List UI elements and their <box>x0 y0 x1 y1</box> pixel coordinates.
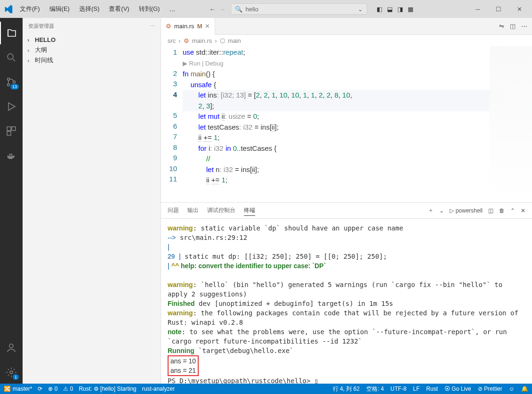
scm-badge: 13 <box>10 84 19 90</box>
status-position[interactable]: 行 4, 列 62 <box>333 385 360 393</box>
sidebar-title: 资源管理器 <box>28 23 54 30</box>
window-maximize[interactable]: ☐ <box>489 1 508 16</box>
activity-docker[interactable] <box>0 144 23 167</box>
new-terminal-icon[interactable]: ＋ <box>428 206 434 214</box>
activity-settings[interactable]: 1 <box>0 361 23 384</box>
split-terminal-icon[interactable]: ◫ <box>488 207 493 214</box>
trash-icon[interactable]: 🗑 <box>499 207 505 214</box>
activity-scm[interactable]: 13 <box>0 71 23 93</box>
svg-rect-4 <box>7 127 11 131</box>
symbol-icon: ⬡ <box>220 37 225 44</box>
tab-bar: ⚙ main.rs M ✕ ⇋ ◫ ⋯ <box>161 18 532 35</box>
chevron-down-icon[interactable]: ⌄ <box>358 6 363 13</box>
split-icon[interactable]: ◫ <box>510 23 516 30</box>
panel-maximize-icon[interactable]: ⌃ <box>510 207 515 214</box>
svg-point-7 <box>9 344 13 348</box>
layout-customize-icon[interactable]: ▦ <box>408 6 413 13</box>
code-area[interactable]: 1 2 3 4 5 6 7 8 9 10 11 use std::iter::r… <box>161 46 532 202</box>
status-eol[interactable]: LF <box>413 386 419 392</box>
svg-point-8 <box>10 371 13 374</box>
breadcrumb[interactable]: src › ⚙ main.rs › ⬡ main <box>161 35 532 46</box>
chevron-down-icon[interactable]: ⌄ <box>439 207 444 214</box>
menu-select[interactable]: 选择(S) <box>75 3 103 15</box>
activity-search[interactable] <box>0 46 23 69</box>
tab-label: main.rs <box>174 23 194 30</box>
menu-view[interactable]: 查看(V) <box>105 3 133 15</box>
svg-point-1 <box>8 78 10 81</box>
layout-right-icon[interactable]: ◨ <box>397 6 403 13</box>
layout-bottom-icon[interactable]: ⬓ <box>387 6 393 13</box>
tree-hello[interactable]: › HELLO <box>23 34 161 45</box>
svg-rect-6 <box>7 131 11 135</box>
panel-tab-output[interactable]: 输出 <box>187 205 199 215</box>
svg-rect-5 <box>12 127 16 131</box>
rust-file-icon: ⚙ <box>184 37 189 44</box>
shell-label[interactable]: ▷ powershell <box>450 207 483 214</box>
menu-more[interactable]: … <box>165 4 179 15</box>
sidebar: 资源管理器 ⋯ › HELLO › 大纲 › 时间线 <box>23 18 161 384</box>
svg-point-3 <box>13 81 16 83</box>
layout-left-icon[interactable]: ◧ <box>377 6 382 13</box>
status-lang[interactable]: Rust <box>426 386 438 392</box>
tree-outline[interactable]: › 大纲 <box>23 45 161 55</box>
status-prettier[interactable]: ⊘ Prettier <box>478 386 502 392</box>
status-spaces[interactable]: 空格: 4 <box>366 385 384 393</box>
nav-back-icon[interactable]: ← <box>209 6 215 13</box>
nav-fwd-icon: → <box>219 6 225 13</box>
status-golive[interactable]: ⦿ Go Live <box>444 386 471 392</box>
menu-file[interactable]: 文件(F) <box>16 3 44 15</box>
editor: ⚙ main.rs M ✕ ⇋ ◫ ⋯ src › ⚙ main.rs › ⬡ … <box>161 18 532 384</box>
svg-point-2 <box>8 84 10 86</box>
chevron-right-icon: › <box>27 36 33 43</box>
rust-file-icon: ⚙ <box>166 23 171 30</box>
panel-tab-problems[interactable]: 问题 <box>168 205 179 215</box>
window-close[interactable]: ✕ <box>509 1 529 16</box>
tab-main-rs[interactable]: ⚙ main.rs M ✕ <box>161 18 215 35</box>
status-bell[interactable]: 🔔 <box>521 386 528 392</box>
code-lines[interactable]: use std::iter::repeat; ▶ Run | Debug fn … <box>183 46 532 202</box>
tab-modified-badge: M <box>197 23 202 30</box>
terminal[interactable]: warning: static variable `dp` should hav… <box>161 219 532 384</box>
minimap[interactable] <box>490 46 532 202</box>
close-icon[interactable]: ✕ <box>205 23 210 30</box>
vscode-logo-icon <box>3 3 14 15</box>
chevron-right-icon: › <box>27 47 33 54</box>
tree-timeline[interactable]: › 时间线 <box>23 55 161 66</box>
chevron-right-icon: › <box>27 57 33 64</box>
panel-close-icon[interactable]: ✕ <box>521 207 525 214</box>
status-rust-analyzer[interactable]: rust-analyzer <box>142 386 175 392</box>
panel-tab-debugconsole[interactable]: 调试控制台 <box>207 205 235 215</box>
status-feedback[interactable]: ☺ <box>509 386 515 392</box>
menu-goto[interactable]: 转到(G) <box>135 3 164 15</box>
activity-account[interactable] <box>0 337 23 359</box>
status-rust[interactable]: Rust: ⚙ [hello] Starting <box>79 386 136 392</box>
panel: 问题 输出 调试控制台 终端 ＋ ⌄ ▷ powershell ◫ 🗑 ⌃ ✕ … <box>161 202 532 384</box>
more-icon[interactable]: ⋯ <box>521 23 527 30</box>
activity-debug[interactable] <box>0 95 23 118</box>
sidebar-more-icon[interactable]: ⋯ <box>150 23 155 29</box>
search-text: hello <box>245 6 258 13</box>
activity-bar: 13 1 <box>0 18 23 384</box>
status-errors[interactable]: ⊗ 0 <box>48 386 57 392</box>
status-encoding[interactable]: UTF-8 <box>390 386 406 392</box>
titlebar: 文件(F) 编辑(E) 选择(S) 查看(V) 转到(G) … ← → 🔍 he… <box>0 0 532 18</box>
menu-edit[interactable]: 编辑(E) <box>46 3 73 15</box>
window-minimize[interactable]: ─ <box>468 1 488 16</box>
search-icon: 🔍 <box>235 6 242 13</box>
status-warnings[interactable]: ⚠ 0 <box>63 386 73 392</box>
status-branch[interactable]: 🔀 master* <box>4 386 32 392</box>
gutter: 1 2 3 4 5 6 7 8 9 10 11 <box>161 46 183 202</box>
statusbar: 🔀 master* ⟳ ⊗ 0 ⚠ 0 Rust: ⚙ [hello] Star… <box>0 384 532 394</box>
status-sync[interactable]: ⟳ <box>38 386 42 392</box>
command-search[interactable]: 🔍 hello ⌄ <box>231 3 367 15</box>
activity-extensions[interactable] <box>0 120 23 142</box>
activity-explorer[interactable] <box>0 22 23 44</box>
panel-tab-terminal[interactable]: 终端 <box>244 205 255 216</box>
settings-badge: 1 <box>13 374 19 380</box>
svg-point-0 <box>8 54 13 59</box>
compare-icon[interactable]: ⇋ <box>499 23 504 30</box>
